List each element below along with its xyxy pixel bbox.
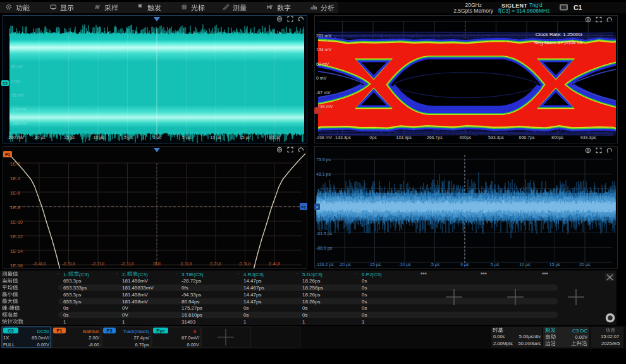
svg-text:1E-8: 1E-8 bbox=[10, 205, 20, 210]
svg-text:10 µs: 10 µs bbox=[519, 262, 531, 267]
svg-text:0 mV: 0 mV bbox=[11, 79, 21, 83]
svg-text:0.00s: 0.00s bbox=[493, 334, 505, 339]
svg-text:0s: 0s bbox=[63, 312, 68, 318]
svg-text:14.47ps: 14.47ps bbox=[243, 299, 261, 305]
svg-text:-10 µs: -10 µs bbox=[398, 262, 411, 267]
svg-text:933.3ps: 933.3ps bbox=[580, 135, 596, 140]
svg-text:1: 1 bbox=[243, 319, 247, 325]
svg-text:0s: 0s bbox=[362, 305, 367, 311]
svg-text:1E-2: 1E-2 bbox=[10, 161, 20, 167]
svg-text:0V: 0V bbox=[122, 305, 128, 311]
svg-text:~: ~ bbox=[57, 272, 59, 276]
svg-text:***: *** bbox=[481, 271, 488, 277]
svg-text:0.4UI: 0.4UI bbox=[269, 261, 280, 267]
svg-text:DC50: DC50 bbox=[37, 329, 49, 334]
svg-text:-15 µs: -15 µs bbox=[369, 262, 381, 267]
svg-text:~: ~ bbox=[175, 272, 178, 276]
svg-text:201 mV: 201 mV bbox=[316, 33, 331, 38]
svg-text:-260 mV: -260 mV bbox=[7, 135, 24, 140]
svg-text:0 µs: 0 µs bbox=[460, 262, 469, 267]
svg-text:0s: 0s bbox=[302, 312, 307, 318]
svg-text:18.26ps: 18.26ps bbox=[302, 299, 320, 305]
svg-text:1X: 1X bbox=[3, 335, 9, 341]
svg-text:31493: 31493 bbox=[181, 319, 196, 325]
svg-text:(C3): (C3) bbox=[79, 272, 89, 277]
svg-text:-5 µs: -5 µs bbox=[430, 262, 440, 267]
svg-text:2025/9/5: 2025/9/5 bbox=[601, 341, 620, 346]
svg-text:0.1UI: 0.1UI bbox=[181, 261, 192, 267]
svg-text:15:02:07: 15:02:07 bbox=[601, 334, 619, 339]
svg-text:-94.33ps: -94.33ps bbox=[181, 292, 201, 298]
svg-text:0s: 0s bbox=[362, 299, 367, 305]
svg-text:-195 mV: -195 mV bbox=[11, 121, 27, 126]
svg-text:0 µs: 0 µs bbox=[152, 135, 161, 140]
svg-text:-65 mV: -65 mV bbox=[11, 93, 25, 97]
svg-text:***: *** bbox=[542, 271, 549, 277]
svg-text:5 µs: 5 µs bbox=[182, 135, 191, 140]
svg-text:~: ~ bbox=[355, 272, 358, 276]
svg-text:5.00µs/div: 5.00µs/div bbox=[519, 334, 541, 339]
svg-text:2.5Gpts Memory: 2.5Gpts Memory bbox=[453, 8, 494, 14]
svg-text:Track(max3): Track(max3) bbox=[123, 329, 149, 334]
svg-text:2.00/: 2.00/ bbox=[89, 335, 100, 341]
svg-text:653.3ps: 653.3ps bbox=[63, 299, 81, 305]
svg-text:1E-10: 1E-10 bbox=[10, 219, 23, 225]
svg-text:181.458mV: 181.458mV bbox=[122, 299, 149, 305]
svg-text:666.7ps: 666.7ps bbox=[519, 135, 535, 140]
svg-text:0.00V: 0.00V bbox=[575, 334, 587, 340]
svg-text:0.00V: 0.00V bbox=[37, 342, 49, 348]
svg-text:65 mV: 65 mV bbox=[11, 64, 23, 69]
svg-text:0V: 0V bbox=[122, 312, 128, 318]
svg-text:10 µs: 10 µs bbox=[210, 135, 221, 140]
svg-text:0s: 0s bbox=[362, 312, 367, 318]
svg-text:C3 DC: C3 DC bbox=[572, 328, 587, 334]
svg-text:F1: F1 bbox=[5, 152, 10, 157]
svg-text:>: > bbox=[316, 205, 319, 209]
svg-text:Bathtub: Bathtub bbox=[83, 329, 99, 334]
svg-text:-130 mV: -130 mV bbox=[11, 107, 27, 111]
svg-text:F3: F3 bbox=[107, 328, 113, 334]
svg-text:1: 1 bbox=[63, 319, 66, 325]
svg-text:181.458mV: 181.458mV bbox=[122, 278, 149, 284]
svg-text:0.2UI: 0.2UI bbox=[210, 261, 221, 267]
svg-text:-268 mV: -268 mV bbox=[316, 135, 333, 140]
svg-text:15 µs: 15 µs bbox=[240, 135, 251, 140]
svg-text:5 µs: 5 µs bbox=[491, 262, 500, 267]
svg-text:533.3ps: 533.3ps bbox=[488, 135, 504, 140]
svg-text:1E-6: 1E-6 bbox=[10, 190, 20, 196]
svg-text:C1: C1 bbox=[574, 4, 582, 11]
svg-text:14.467ps: 14.467ps bbox=[243, 285, 264, 291]
svg-text:400ps: 400ps bbox=[459, 135, 472, 140]
svg-text:-88.9 ps: -88.9 ps bbox=[316, 246, 333, 251]
svg-text:18.258ps: 18.258ps bbox=[302, 285, 323, 291]
svg-text:-67 mV: -67 mV bbox=[316, 90, 331, 95]
svg-text:C3: C3 bbox=[8, 328, 14, 334]
svg-text:0.3UI: 0.3UI bbox=[240, 261, 251, 267]
svg-text:-20 µs: -20 µs bbox=[33, 135, 46, 140]
svg-text:65.0mV/: 65.0mV/ bbox=[32, 335, 50, 341]
svg-text:-20 µs: -20 µs bbox=[338, 262, 351, 267]
svg-text:2.00Mpts: 2.00Mpts bbox=[493, 341, 513, 346]
svg-text:133.3ps: 133.3ps bbox=[396, 135, 412, 140]
svg-text:1: 1 bbox=[362, 319, 365, 325]
svg-text:75.5 ps: 75.5 ps bbox=[316, 157, 331, 162]
svg-text:175.27ps: 175.27ps bbox=[181, 305, 202, 311]
svg-text:-8.00: -8.00 bbox=[89, 342, 99, 348]
svg-text:0ps: 0ps bbox=[369, 135, 377, 140]
svg-text:6.70ps: 6.70ps bbox=[135, 342, 149, 348]
svg-text:0s: 0s bbox=[243, 312, 249, 318]
svg-text:-28.72ps: -28.72ps bbox=[181, 278, 201, 284]
svg-text:-61.5 ps: -61.5 ps bbox=[316, 231, 333, 236]
svg-text:-116.2 ps: -116.2 ps bbox=[316, 262, 334, 267]
svg-text:-0.3UI: -0.3UI bbox=[62, 261, 75, 267]
svg-text:-0.2UI: -0.2UI bbox=[92, 261, 104, 267]
svg-text:3.TIE(C3): 3.TIE(C3) bbox=[181, 272, 204, 277]
svg-text:***: *** bbox=[420, 271, 427, 277]
svg-text:-10 µs: -10 µs bbox=[92, 135, 104, 140]
svg-text:50.0GSa/s: 50.0GSa/s bbox=[519, 341, 541, 346]
svg-text:16.610ps: 16.610ps bbox=[181, 312, 202, 318]
svg-text:14.47ps: 14.47ps bbox=[243, 278, 261, 284]
svg-text:-5 µs: -5 µs bbox=[123, 135, 133, 140]
svg-text:0s: 0s bbox=[362, 292, 367, 298]
svg-text:134 mV: 134 mV bbox=[316, 47, 331, 52]
